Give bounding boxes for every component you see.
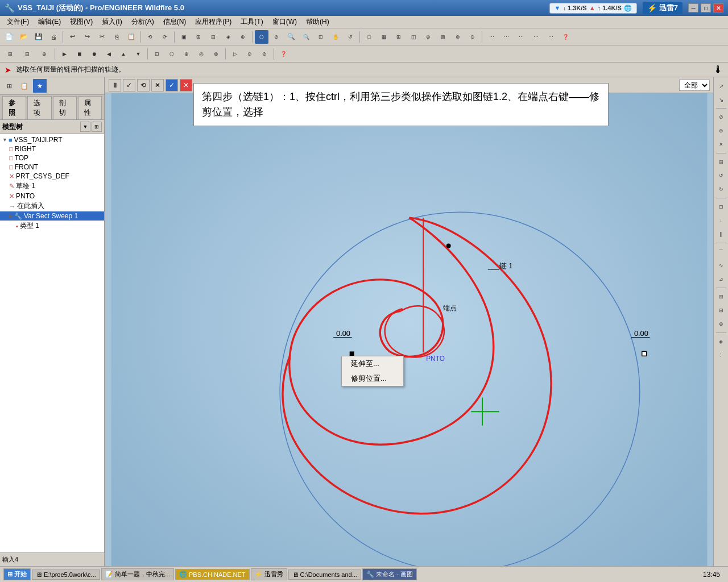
tb-print[interactable]: 🖨 <box>47 30 60 44</box>
thunder-app[interactable]: ⚡ 迅雷7 <box>643 2 682 14</box>
tb-b5[interactable]: ⊕ <box>236 30 250 44</box>
tb-regen2[interactable]: ⟳ <box>158 30 172 44</box>
menu-view[interactable]: 视图(V) <box>65 16 97 28</box>
tb-e2[interactable]: ⋯ <box>499 30 513 44</box>
tb2-17[interactable]: ⊘ <box>258 47 271 61</box>
tb-undo[interactable]: ↩ <box>65 30 79 44</box>
canvas-area[interactable]: ⏸ ✓ ⟲ ✕ ✓ ✕ 全部 <box>105 77 713 566</box>
rt-btn-1[interactable]: ↗ <box>715 80 727 92</box>
canvas-btn-pause[interactable]: ⏸ <box>109 79 121 92</box>
tb2-7[interactable]: ◀ <box>102 47 115 61</box>
rt-btn-15[interactable]: ⊞ <box>715 290 727 303</box>
tb-redo[interactable]: ↪ <box>80 30 94 44</box>
tb-view4[interactable]: ◫ <box>407 30 420 44</box>
tb-b1[interactable]: ▣ <box>177 30 191 44</box>
tb2-2[interactable]: ⊟ <box>19 47 35 61</box>
tb2-4[interactable]: ▶ <box>57 47 71 61</box>
canvas-btn-ok[interactable]: ✓ <box>166 79 178 92</box>
taskbar-item-1[interactable]: 🖥 E:\proe5.0work\c... <box>32 569 100 580</box>
ctx-trim[interactable]: 修剪位置... <box>342 371 403 386</box>
rt-btn-5[interactable]: ✕ <box>715 138 727 151</box>
rt-btn-11[interactable]: ∥ <box>715 228 727 240</box>
canvas-btn-cancel[interactable]: ✕ <box>180 79 192 92</box>
tb2-9[interactable]: ▼ <box>131 47 145 61</box>
tb-new[interactable]: 📄 <box>2 30 16 44</box>
tb-view5[interactable]: ⊕ <box>421 30 435 44</box>
tb-view3[interactable]: ⊞ <box>392 30 406 44</box>
tab-options[interactable]: 选项 <box>27 96 51 119</box>
rt-btn-2[interactable]: ↘ <box>715 93 727 106</box>
minimize-button[interactable]: ─ <box>688 3 698 13</box>
tb2-12[interactable]: ⊕ <box>180 47 193 61</box>
menu-help[interactable]: 帮助(H) <box>301 16 334 28</box>
menu-window[interactable]: 窗口(W) <box>268 16 301 28</box>
canvas-btn-back[interactable]: ⟲ <box>137 79 150 92</box>
rt-btn-14[interactable]: ⊿ <box>715 273 727 285</box>
menu-edit[interactable]: 编辑(E) <box>34 16 65 28</box>
tree-item-sketch1[interactable]: ✎ 草绘 1 <box>0 181 104 192</box>
tree-item-top[interactable]: □ TOP <box>0 153 104 163</box>
tb2-18[interactable]: ❓ <box>276 47 290 61</box>
tb2-3[interactable]: ⊕ <box>36 47 52 61</box>
rt-btn-3[interactable]: ⊘ <box>715 111 727 123</box>
tree-item-sweep[interactable]: ▶ 🔧 Var Sect Sweep 1 <box>0 211 104 221</box>
tb2-16[interactable]: ⊙ <box>243 47 257 61</box>
rt-btn-17[interactable]: ⊕ <box>715 318 727 330</box>
tb-b4[interactable]: ◈ <box>221 30 235 44</box>
rt-btn-18[interactable]: ◈ <box>715 335 727 348</box>
tb-zoom-out[interactable]: 🔍 <box>299 30 313 44</box>
tb-e6[interactable]: ❓ <box>559 30 572 44</box>
menu-tools[interactable]: 工具(T) <box>236 16 267 28</box>
tab-ref[interactable]: 参照 <box>2 96 26 119</box>
rt-btn-4[interactable]: ⊕ <box>715 124 727 137</box>
tb2-5[interactable]: ⏹ <box>72 47 86 61</box>
rt-btn-10[interactable]: ⟂ <box>715 214 727 227</box>
tb-view8[interactable]: ⊙ <box>466 30 479 44</box>
tb-cut[interactable]: ✂ <box>95 30 109 44</box>
tb-3d2[interactable]: ⊘ <box>270 30 283 44</box>
rt-btn-19[interactable]: ⋮ <box>715 349 727 361</box>
ctx-extend[interactable]: 延伸至... <box>342 356 403 371</box>
tb2-13[interactable]: ◎ <box>195 47 208 61</box>
tree-item-right[interactable]: □ RIGHT <box>0 144 104 153</box>
menu-app[interactable]: 应用程序(P) <box>191 16 236 28</box>
filter-select[interactable]: 全部 <box>679 80 710 91</box>
taskbar-item-2[interactable]: 📝 简单一题，中秋完... <box>101 568 174 580</box>
maximize-button[interactable]: □ <box>701 3 711 13</box>
canvas-btn-close[interactable]: ✕ <box>151 79 164 92</box>
taskbar-item-5[interactable]: 🖥 C:\Documents and... <box>288 569 361 580</box>
tb-b3[interactable]: ⊟ <box>206 30 220 44</box>
tb-copy[interactable]: ⎘ <box>110 30 123 44</box>
tb-paste[interactable]: 📋 <box>125 30 138 44</box>
tree-item-insert[interactable]: → 在此插入 <box>0 201 104 211</box>
tb-e5[interactable]: ⋯ <box>544 30 557 44</box>
tab-section[interactable]: 剖切 <box>53 96 77 119</box>
tree-expand-btn[interactable]: ⊞ <box>92 122 102 132</box>
rt-btn-9[interactable]: ⊡ <box>715 201 727 213</box>
tb-e4[interactable]: ⋯ <box>529 30 543 44</box>
tree-item-front[interactable]: □ FRONT <box>0 163 104 172</box>
left-icon-1[interactable]: ⊞ <box>2 79 16 93</box>
tb2-8[interactable]: ▲ <box>117 47 130 61</box>
taskbar-item-4[interactable]: ⚡ 迅雷秀 <box>251 568 287 580</box>
taskbar-item-3[interactable]: 🌐 PBS.CHINADE.NET <box>175 569 250 580</box>
tb-view6[interactable]: ⊠ <box>436 30 450 44</box>
tb-b2[interactable]: ⊞ <box>192 30 205 44</box>
menu-insert[interactable]: 插入(I) <box>97 16 126 28</box>
close-button[interactable]: ✕ <box>713 3 723 13</box>
tb-pan[interactable]: ✋ <box>329 30 342 44</box>
tb-e1[interactable]: ⋯ <box>485 30 498 44</box>
rt-btn-16[interactable]: ⊟ <box>715 304 727 317</box>
menu-file[interactable]: 文件(F) <box>2 16 34 28</box>
left-icon-2[interactable]: 📋 <box>18 79 31 93</box>
tb2-14[interactable]: ⊗ <box>209 47 223 61</box>
taskbar-item-6[interactable]: 🔧 未命名 - 画图 <box>362 568 417 580</box>
tb-view2[interactable]: ▦ <box>377 30 391 44</box>
left-icon-3[interactable]: ★ <box>33 79 47 93</box>
tb-e3[interactable]: ⋯ <box>514 30 528 44</box>
tree-item-csys[interactable]: ✕ PRT_CSYS_DEF <box>0 172 104 181</box>
tb-rotate[interactable]: ↺ <box>344 30 357 44</box>
menu-analysis[interactable]: 分析(A) <box>127 16 159 28</box>
tb2-6[interactable]: ⏺ <box>87 47 101 61</box>
rt-btn-8[interactable]: ↻ <box>715 183 727 196</box>
